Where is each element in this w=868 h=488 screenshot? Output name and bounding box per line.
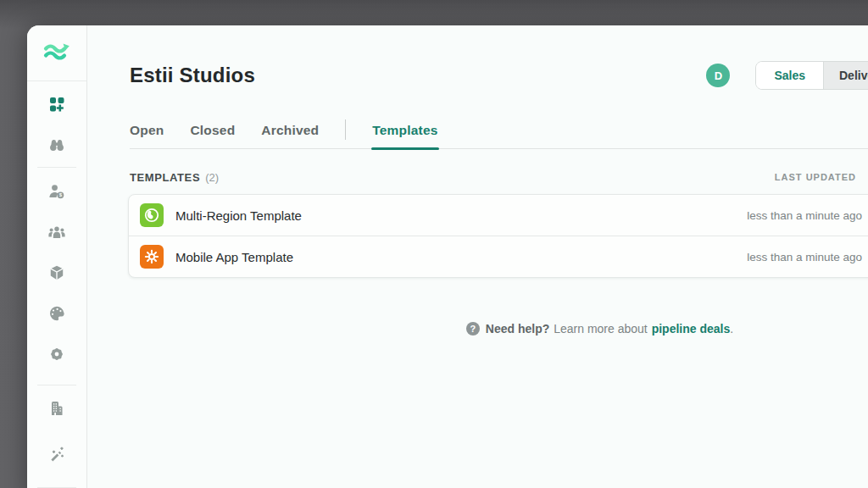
grid-plus-icon — [47, 95, 66, 114]
sidebar-item-discover[interactable] — [27, 125, 86, 165]
need-help-label: Need help? — [486, 322, 549, 336]
help-text: Learn more about — [554, 322, 648, 336]
tab-archived[interactable]: Archived — [261, 123, 319, 148]
binoculars-icon — [47, 136, 66, 154]
tab-closed[interactable]: Closed — [190, 123, 235, 148]
sidebar-item-organization[interactable] — [27, 385, 86, 431]
template-last-updated: less than a minute ago — [747, 209, 862, 222]
sales-mode-button[interactable]: Sales — [756, 62, 824, 89]
templates-count: (2) — [205, 171, 219, 184]
sidebar-item-setup-wizard[interactable] — [27, 431, 86, 477]
templates-heading-label: TEMPLATES — [130, 171, 200, 184]
question-mark-icon: ? — [466, 322, 480, 336]
gear-icon — [47, 345, 66, 363]
sidebar-item-appearance[interactable] — [27, 293, 86, 334]
template-row-mobile-app[interactable]: Mobile App Template less than a minute a… — [129, 236, 868, 277]
template-name: Mobile App Template — [175, 250, 293, 264]
tab-open[interactable]: Open — [130, 123, 164, 148]
sidebar-item-settings[interactable] — [27, 334, 86, 374]
help-row: ? Need help? Learn more about pipeline d… — [181, 322, 868, 336]
tab-templates[interactable]: Templates — [372, 123, 437, 148]
sidebar: $ — [27, 25, 87, 488]
cube-icon — [47, 263, 66, 282]
users-icon — [47, 223, 66, 241]
deal-tabs: Open Closed Archived Templates — [130, 119, 868, 149]
chip-gear-icon — [140, 245, 164, 269]
template-row-multi-region[interactable]: Multi-Region Template less than a minute… — [129, 195, 868, 236]
help-suffix: . — [730, 322, 733, 336]
sidebar-item-packages[interactable] — [27, 252, 86, 293]
app-logo[interactable] — [27, 25, 86, 81]
user-dollar-icon: $ — [47, 182, 66, 201]
template-name: Multi-Region Template — [175, 208, 302, 223]
templates-heading: TEMPLATES(2) — [130, 169, 219, 185]
tab-divider — [345, 119, 346, 140]
page-header: Estii Studios D Sales Delivery — [130, 61, 868, 90]
delivery-mode-button[interactable]: Delivery — [824, 62, 868, 89]
sidebar-item-deals[interactable] — [27, 84, 86, 125]
building-icon — [47, 399, 66, 418]
template-last-updated: less than a minute ago — [747, 251, 862, 263]
templates-card: Multi-Region Template less than a minute… — [128, 194, 868, 278]
wand-icon — [47, 445, 66, 463]
templates-list-header: TEMPLATES(2) LAST UPDATED — [130, 169, 856, 185]
user-avatar[interactable]: D — [706, 64, 730, 87]
last-updated-column-header: LAST UPDATED — [775, 172, 856, 182]
sidebar-nav: $ — [27, 81, 86, 488]
app-window: $ — [27, 25, 868, 488]
palette-icon — [47, 304, 66, 323]
page-title: Estii Studios — [130, 64, 706, 87]
mode-switch: Sales Delivery — [755, 61, 868, 90]
sidebar-item-team[interactable] — [27, 212, 86, 252]
globe-icon — [140, 203, 164, 227]
pipeline-deals-link[interactable]: pipeline deals — [652, 322, 731, 336]
sidebar-divider — [37, 167, 76, 168]
main-content: Estii Studios D Sales Delivery Open Clos… — [87, 25, 868, 488]
sidebar-item-customers[interactable]: $ — [27, 171, 86, 212]
estii-waves-logo-icon — [40, 39, 74, 68]
